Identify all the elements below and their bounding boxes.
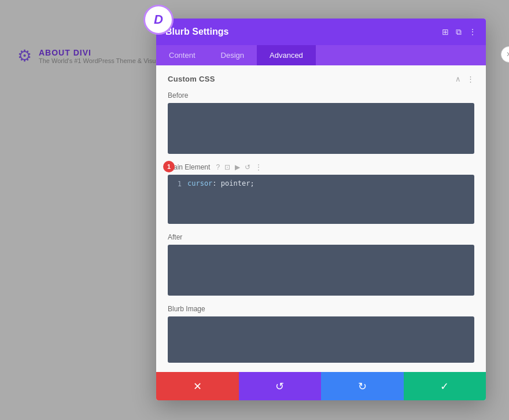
panel-header: Blurb Settings ⊞ ⧉ ⋮ [156, 19, 486, 45]
tab-content[interactable]: Content [156, 45, 208, 65]
tabs-bar: Content Design Advanced [156, 45, 486, 65]
save-icon: ✓ [440, 380, 449, 393]
main-element-code-editor[interactable]: 1 cursor: pointer; [168, 175, 474, 224]
more-options-icon[interactable]: ⋮ [469, 27, 477, 36]
panel-body: Custom CSS ∧ ⋮ Before 1 Main Element ? [156, 65, 486, 372]
fullscreen-icon[interactable]: ⊞ [442, 27, 449, 36]
blurb-image-field-group: Blurb Image [168, 305, 474, 363]
section-more-icon[interactable]: ⋮ [467, 75, 474, 83]
after-field-group: After [168, 233, 474, 296]
line-number-1: 1 [174, 179, 182, 219]
section-header-actions: ∧ ⋮ [455, 75, 474, 83]
redo-icon: ↻ [358, 380, 367, 393]
badge-1: 1 [163, 161, 175, 172]
panel-title: Blurb Settings [165, 27, 228, 37]
collapse-icon[interactable]: ∧ [455, 75, 461, 83]
blurb-settings-panel: Blurb Settings ⊞ ⧉ ⋮ Content Design Adva… [156, 19, 486, 400]
section-title: Custom CSS [168, 75, 215, 83]
code-line-1[interactable]: cursor: pointer; [187, 179, 254, 219]
cancel-button[interactable]: ✕ [156, 372, 239, 400]
css-property: cursor [187, 179, 212, 187]
after-code-area[interactable] [168, 245, 474, 296]
custom-css-section: Custom CSS ∧ ⋮ Before 1 Main Element ? [156, 65, 486, 372]
css-value: pointer; [217, 179, 254, 187]
blurb-image-code-area[interactable] [168, 316, 474, 363]
after-label: After [168, 233, 474, 241]
before-label: Before [168, 91, 474, 100]
before-field-group: Before [168, 91, 474, 154]
before-code-area[interactable] [168, 103, 474, 154]
reset-icon[interactable]: ↺ [245, 163, 250, 171]
copy-icon[interactable]: ⊡ [224, 163, 230, 171]
cancel-icon: ✕ [193, 380, 202, 393]
css-colon: : [212, 179, 216, 187]
save-button[interactable]: ✓ [404, 372, 486, 400]
panel-header-icons: ⊞ ⧉ ⋮ [442, 27, 477, 37]
redo-button[interactable]: ↻ [321, 372, 404, 400]
main-element-icons: ? ⊡ ▶ ↺ ⋮ [216, 163, 262, 171]
bottom-bar: ✕ ↺ ↻ ✓ [156, 372, 486, 400]
help-icon[interactable]: ? [216, 163, 220, 171]
tab-design[interactable]: Design [208, 45, 257, 65]
tab-advanced[interactable]: Advanced [257, 45, 316, 65]
blurb-image-label: Blurb Image [168, 305, 474, 313]
section-header: Custom CSS ∧ ⋮ [168, 75, 474, 83]
undo-button[interactable]: ↺ [239, 372, 322, 400]
main-element-field-group: 1 Main Element ? ⊡ ▶ ↺ ⋮ 1 cursor: point… [168, 163, 474, 224]
split-icon[interactable]: ⧉ [456, 27, 462, 37]
divi-logo: D [143, 5, 174, 35]
undo-icon: ↺ [275, 380, 284, 393]
more-icon[interactable]: ⋮ [255, 163, 262, 171]
main-element-header: 1 Main Element ? ⊡ ▶ ↺ ⋮ [168, 163, 474, 171]
arrow-icon[interactable]: ▶ [235, 163, 240, 171]
